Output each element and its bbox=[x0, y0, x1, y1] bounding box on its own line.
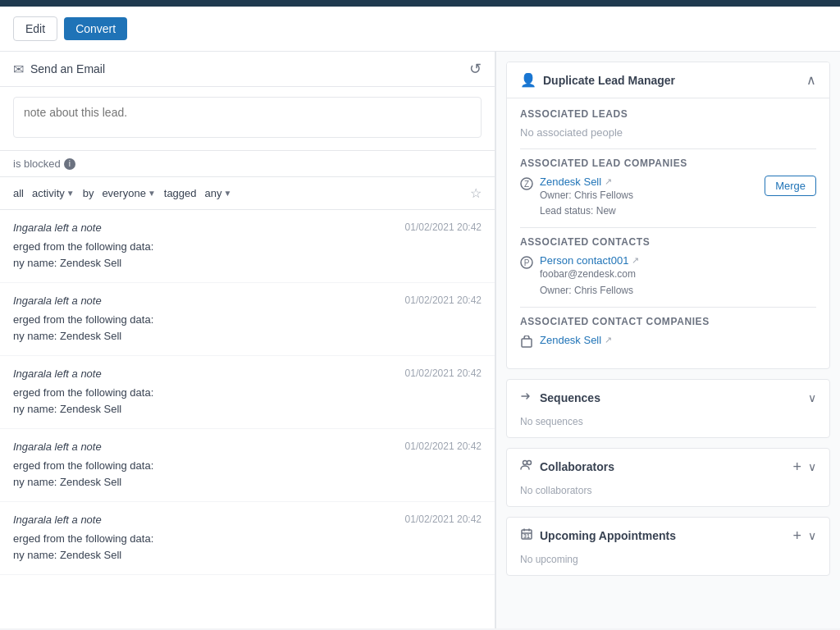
activity-feed: Ingarala left a note 01/02/2021 20:42 er… bbox=[0, 210, 495, 628]
main-layout: ✉ Send an Email ↺ is blocked i all activ… bbox=[0, 52, 840, 628]
convert-button[interactable]: Convert bbox=[64, 17, 127, 40]
activity-text-4: erged from the following data:ny name: Z… bbox=[13, 531, 482, 563]
activity-filter-arrow: ▼ bbox=[66, 189, 75, 198]
activity-author-0: Ingarala left a note bbox=[13, 221, 102, 234]
activity-time-4: 01/02/2021 20:42 bbox=[405, 514, 482, 526]
activity-meta-2: Ingarala left a note 01/02/2021 20:42 bbox=[13, 368, 482, 380]
activity-time-3: 01/02/2021 20:42 bbox=[405, 441, 482, 453]
activity-text-2: erged from the following data:ny name: Z… bbox=[13, 385, 482, 417]
refresh-icon[interactable]: ↺ bbox=[469, 60, 482, 78]
activity-text-0: erged from the following data:ny name: Z… bbox=[13, 239, 482, 271]
contact-icon: P bbox=[520, 256, 533, 272]
merge-button[interactable]: Merge bbox=[765, 176, 816, 196]
duplicate-widget-icon: 👤 bbox=[520, 72, 536, 88]
tagged-label: tagged bbox=[164, 187, 197, 199]
contact-company-icon bbox=[520, 336, 533, 352]
upcoming-appointments-icon: 31 bbox=[520, 527, 533, 544]
section-divider-2 bbox=[520, 227, 816, 228]
lead-company-icon: Z bbox=[520, 177, 533, 194]
collaborators-widget-header: Collaborators + ∨ bbox=[507, 449, 829, 485]
upcoming-appointments-title: Upcoming Appointments bbox=[540, 529, 676, 542]
duplicate-widget-title: Duplicate Lead Manager bbox=[543, 74, 675, 87]
any-filter-button[interactable]: any ▼ bbox=[202, 185, 235, 201]
sequences-collapse-button[interactable]: ∨ bbox=[808, 391, 816, 404]
info-icon[interactable]: i bbox=[64, 158, 75, 170]
top-navigation-bar bbox=[0, 0, 840, 7]
lead-company-status: Lead status: New bbox=[540, 203, 633, 219]
svg-text:31: 31 bbox=[523, 533, 530, 539]
upcoming-appointments-actions: + ∨ bbox=[792, 528, 816, 543]
edit-button[interactable]: Edit bbox=[13, 16, 57, 41]
upcoming-appointments-widget-header: 31 Upcoming Appointments + ∨ bbox=[507, 518, 829, 554]
sequences-widget: Sequences ∨ No sequences bbox=[506, 379, 830, 438]
activity-author-4: Ingarala left a note bbox=[13, 514, 102, 526]
any-filter-arrow: ▼ bbox=[224, 189, 232, 198]
associated-leads-title: Associated leads bbox=[520, 108, 816, 120]
upcoming-appointments-collapse-button[interactable]: ∨ bbox=[808, 529, 816, 542]
left-panel: ✉ Send an Email ↺ is blocked i all activ… bbox=[0, 52, 495, 628]
activity-meta-4: Ingarala left a note 01/02/2021 20:42 bbox=[13, 514, 482, 526]
associated-lead-companies-title: Associated lead companies bbox=[520, 158, 816, 169]
sequences-widget-header: Sequences ∨ bbox=[507, 380, 829, 416]
right-panel: 👤 Duplicate Lead Manager ∧ Associated le… bbox=[495, 52, 840, 628]
note-input[interactable] bbox=[13, 97, 482, 138]
activity-time-0: 01/02/2021 20:42 bbox=[405, 221, 482, 234]
send-email-label: Send an Email bbox=[30, 62, 105, 75]
collaborators-actions: + ∨ bbox=[792, 459, 816, 474]
duplicate-lead-manager-widget: 👤 Duplicate Lead Manager ∧ Associated le… bbox=[506, 62, 830, 369]
sequences-header-left: Sequences bbox=[520, 390, 600, 406]
associated-contacts-title: Associated contacts bbox=[520, 236, 816, 248]
associated-contact-companies-section: Associated contact companies Zendesk Sel… bbox=[520, 316, 816, 352]
activity-text-1: erged from the following data:ny name: Z… bbox=[13, 312, 482, 344]
everyone-filter-button[interactable]: everyone ▼ bbox=[98, 185, 158, 201]
associated-contact-companies-title: Associated contact companies bbox=[520, 316, 816, 327]
sequences-no-data: No sequences bbox=[507, 416, 829, 437]
widget-header-duplicate: 👤 Duplicate Lead Manager ∧ bbox=[507, 62, 829, 98]
all-filter-label: all bbox=[13, 187, 24, 199]
action-toolbar: Edit Convert bbox=[0, 7, 840, 52]
sequences-icon bbox=[520, 390, 533, 406]
contact-email: foobar@zendesk.com bbox=[540, 267, 639, 282]
contact-external-link-icon: ↗ bbox=[632, 255, 639, 266]
activity-meta-1: Ingarala left a note 01/02/2021 20:42 bbox=[13, 294, 482, 307]
external-link-icon: ↗ bbox=[605, 176, 612, 187]
svg-point-6 bbox=[527, 460, 532, 464]
widget-body-duplicate: Associated leads No associated people As… bbox=[507, 98, 829, 368]
everyone-filter-arrow: ▼ bbox=[148, 189, 156, 198]
contact-item: P Person contact001 ↗ foobar@zendesk.com bbox=[520, 254, 816, 298]
activity-author-3: Ingarala left a note bbox=[13, 441, 102, 453]
widget-header-title-area: 👤 Duplicate Lead Manager bbox=[520, 72, 675, 88]
collaborators-title: Collaborators bbox=[540, 460, 614, 473]
activity-item: Ingarala left a note 01/02/2021 20:42 er… bbox=[0, 429, 495, 502]
collaborators-no-data: No collaborators bbox=[507, 485, 829, 506]
upcoming-appointments-add-button[interactable]: + bbox=[792, 528, 801, 543]
activity-author-1: Ingarala left a note bbox=[13, 294, 102, 307]
contact-company-link[interactable]: Zendesk Sell ↗ bbox=[540, 334, 612, 346]
upcoming-appointments-header-left: 31 Upcoming Appointments bbox=[520, 527, 676, 544]
lead-company-info: Z Zendesk Sell ↗ Owner: C bbox=[520, 176, 633, 219]
star-filter-button[interactable]: ☆ bbox=[470, 185, 482, 201]
activity-meta-3: Ingarala left a note 01/02/2021 20:42 bbox=[13, 441, 482, 453]
activity-text-3: erged from the following data:ny name: Z… bbox=[13, 458, 482, 490]
sequences-title: Sequences bbox=[540, 391, 600, 404]
collaborators-add-button[interactable]: + bbox=[792, 459, 801, 474]
svg-text:Z: Z bbox=[524, 180, 529, 189]
collaborators-header-left: Collaborators bbox=[520, 459, 614, 475]
duplicate-widget-collapse-button[interactable]: ∧ bbox=[806, 72, 816, 88]
collaborators-collapse-button[interactable]: ∨ bbox=[808, 460, 816, 473]
lead-company-owner: Owner: Chris Fellows bbox=[540, 188, 633, 203]
lead-company-link[interactable]: Zendesk Sell ↗ bbox=[540, 176, 633, 188]
contact-link[interactable]: Person contact001 ↗ bbox=[540, 254, 639, 267]
contact-owner: Owner: Chris Fellows bbox=[540, 283, 639, 299]
svg-rect-4 bbox=[522, 339, 532, 347]
activity-meta-0: Ingarala left a note 01/02/2021 20:42 bbox=[13, 221, 482, 234]
section-divider-3 bbox=[520, 307, 816, 308]
section-divider-1 bbox=[520, 148, 816, 149]
collaborators-widget: Collaborators + ∨ No collaborators bbox=[506, 448, 830, 507]
activity-filter-button[interactable]: activity ▼ bbox=[29, 185, 78, 201]
associated-leads-section: Associated leads No associated people bbox=[520, 108, 816, 139]
associated-contacts-section: Associated contacts P Person contact0 bbox=[520, 236, 816, 298]
lead-company-item: Z Zendesk Sell ↗ Owner: C bbox=[520, 176, 816, 219]
upcoming-appointments-widget: 31 Upcoming Appointments + ∨ No upcoming bbox=[506, 517, 830, 576]
associated-lead-companies-section: Associated lead companies Z bbox=[520, 158, 816, 219]
